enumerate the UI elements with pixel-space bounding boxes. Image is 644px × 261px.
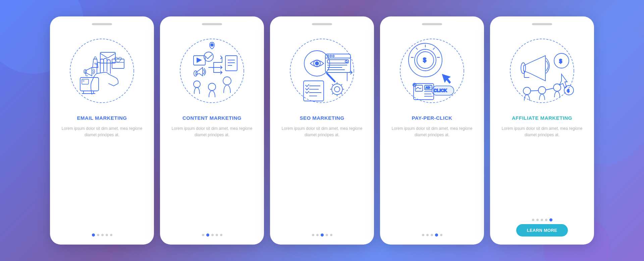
svg-point-26	[211, 44, 213, 46]
email-marketing-illustration: %	[62, 31, 142, 111]
dot-3c	[321, 233, 324, 237]
dot-2	[97, 234, 99, 236]
dot-2b	[206, 233, 209, 237]
svg-text:CLiCK: CLiCK	[434, 88, 447, 93]
svg-point-17	[208, 83, 216, 91]
dot-5b	[220, 234, 222, 236]
card-title-ppc: PAY-PER-CLICK	[412, 115, 452, 121]
svg-text:%: %	[94, 62, 97, 65]
dot-4c	[326, 234, 328, 236]
svg-line-56	[341, 84, 342, 85]
svg-text:AD: AD	[426, 86, 430, 89]
dot-2d	[426, 234, 429, 236]
svg-point-15	[223, 77, 231, 85]
svg-point-83	[510, 39, 574, 103]
card-pay-per-click: $ CLiCK	[380, 16, 484, 245]
svg-line-74	[420, 88, 421, 89]
svg-line-92	[531, 91, 538, 91]
phone-notch-5	[532, 23, 552, 25]
card-affiliate-marketing: $ $ AFFILIA	[490, 16, 594, 245]
svg-rect-5	[82, 79, 89, 84]
dot-3d	[431, 234, 433, 236]
svg-rect-19	[225, 56, 237, 71]
svg-marker-24	[197, 58, 201, 62]
dot-1b	[202, 234, 204, 236]
dot-5	[110, 234, 112, 236]
svg-line-93	[546, 88, 553, 90]
card-content-marketing: CONTENT MARKETING Lorem ipsum dolor sit …	[160, 16, 264, 245]
card-body-affiliate: Lorem ipsum dolor sit dim amet, mea regi…	[498, 125, 586, 138]
dot-5c	[330, 234, 332, 236]
svg-text:$: $	[567, 89, 570, 93]
svg-point-34	[327, 55, 329, 57]
card-body-content: Lorem ipsum dolor sit dim amet, mea regi…	[168, 125, 256, 138]
learn-more-button[interactable]: LEARN MORE	[516, 224, 568, 237]
svg-text:$: $	[423, 57, 426, 63]
card-body-email: Lorem ipsum dolor sit dim amet, mea regi…	[58, 125, 146, 138]
card-title-affiliate: AFFILIATE MARKETING	[512, 115, 572, 121]
card-title-seo: SEO MARKETING	[300, 115, 344, 121]
pay-per-click-illustration: $ CLiCK	[392, 31, 472, 111]
dot-1d	[422, 234, 424, 236]
svg-point-27	[290, 39, 354, 103]
svg-line-31	[327, 73, 335, 82]
card-body-seo: Lorem ipsum dolor sit dim amet, mea regi…	[278, 125, 366, 138]
dot-2c	[316, 234, 319, 236]
svg-point-58	[400, 39, 464, 103]
dot-1	[92, 233, 95, 237]
dot-4	[106, 234, 108, 236]
affiliate-marketing-illustration: $ $	[502, 31, 582, 111]
phone-notch-4	[422, 23, 442, 25]
svg-point-0	[70, 39, 134, 103]
card-email-marketing: % EMAIL MARKETING Lorem ipsum dolor sit …	[50, 16, 154, 245]
dot-3	[101, 234, 104, 236]
svg-point-49	[334, 87, 340, 92]
dot-4d	[435, 233, 438, 237]
dot-1e	[532, 219, 534, 221]
phone-notch-2	[202, 23, 222, 25]
svg-line-72	[416, 87, 418, 89]
svg-point-16	[194, 81, 200, 88]
dot-5d	[440, 234, 442, 236]
card-seo-marketing: SEO MARKETING Lorem ipsum dolor sit dim …	[270, 16, 374, 245]
card-dots-email	[92, 231, 112, 237]
dot-5e	[549, 218, 552, 221]
phone-notch-3	[312, 23, 332, 25]
svg-line-65	[416, 48, 418, 50]
dot-1c	[312, 234, 314, 236]
card-body-ppc: Lorem ipsum dolor sit dim amet, mea regi…	[388, 125, 476, 138]
svg-point-48	[332, 84, 342, 95]
svg-rect-43	[304, 81, 324, 101]
svg-point-36	[333, 55, 334, 57]
dot-4b	[216, 234, 218, 236]
card-dots-ppc	[422, 231, 442, 237]
phone-notch	[92, 23, 112, 25]
content-marketing-illustration	[172, 31, 252, 111]
svg-point-90	[538, 87, 546, 94]
card-title-content: CONTENT MARKETING	[182, 115, 241, 121]
dot-4e	[545, 219, 547, 221]
svg-line-55	[341, 93, 342, 94]
svg-text:$: $	[559, 58, 562, 64]
dot-3b	[211, 234, 214, 236]
cards-container: % EMAIL MARKETING Lorem ipsum dolor sit …	[37, 6, 607, 255]
dot-3e	[541, 219, 543, 221]
card-dots-seo	[312, 231, 332, 237]
svg-point-84	[521, 63, 526, 73]
svg-line-73	[418, 87, 420, 89]
svg-rect-9	[112, 59, 124, 68]
card-title-email: EMAIL MARKETING	[77, 115, 127, 121]
card-dots-content	[202, 231, 222, 237]
dot-2e	[536, 219, 539, 221]
svg-line-57	[332, 93, 333, 94]
svg-point-35	[330, 55, 332, 57]
card-dots-affiliate	[532, 216, 552, 221]
svg-point-89	[523, 87, 531, 95]
seo-marketing-illustration	[282, 31, 362, 111]
svg-point-6	[83, 80, 84, 82]
svg-line-63	[433, 48, 435, 50]
svg-point-30	[315, 62, 319, 65]
svg-line-54	[332, 84, 333, 85]
svg-point-18	[194, 71, 197, 76]
